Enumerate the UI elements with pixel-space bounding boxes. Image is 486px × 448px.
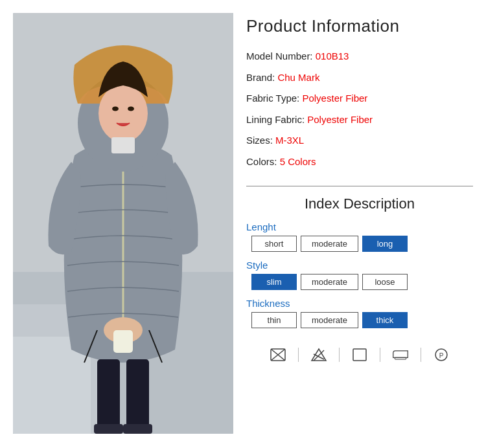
svg-point-9 xyxy=(128,107,134,111)
svg-rect-13 xyxy=(97,359,120,431)
wash-icon xyxy=(270,348,286,362)
lining-label: Lining Fabric: xyxy=(246,114,305,125)
svg-point-8 xyxy=(112,107,119,111)
lining-row: Lining Fabric: Polyester Fiber xyxy=(246,113,473,128)
fabric-value: Polyester Fiber xyxy=(302,93,367,104)
svg-rect-25 xyxy=(353,349,366,361)
care-icons-row: P xyxy=(246,348,473,362)
product-info-panel: Product Information Model Number: 010B13… xyxy=(246,13,473,435)
svg-point-7 xyxy=(98,84,148,142)
svg-rect-12 xyxy=(113,330,133,353)
thickness-btn-group: thin moderate thick xyxy=(251,312,473,328)
style-moderate-button[interactable]: moderate xyxy=(301,274,358,290)
length-label: Lenght xyxy=(246,221,473,232)
iron-icon xyxy=(392,348,409,362)
style-label: Style xyxy=(246,260,473,271)
style-slim-button[interactable]: slim xyxy=(251,274,297,290)
thickness-moderate-button[interactable]: moderate xyxy=(301,312,358,328)
length-section: Lenght short moderate long xyxy=(246,221,473,252)
bleach-icon xyxy=(310,348,327,362)
sizes-label: Sizes: xyxy=(246,135,273,146)
length-short-button[interactable]: short xyxy=(251,236,297,252)
brand-value: Chu Mark xyxy=(277,72,319,83)
model-label: Model Number: xyxy=(246,50,313,62)
svg-rect-14 xyxy=(126,359,149,431)
brand-label: Brand: xyxy=(246,72,275,83)
dryclean-icon: P xyxy=(433,348,450,362)
svg-rect-10 xyxy=(111,137,135,153)
svg-rect-26 xyxy=(395,357,406,359)
tumble-icon xyxy=(351,348,368,362)
colors-row: Colors: 5 Colors xyxy=(246,155,473,170)
style-loose-button[interactable]: loose xyxy=(362,274,408,290)
length-long-button[interactable]: long xyxy=(362,236,408,252)
style-btn-group: slim moderate loose xyxy=(251,274,473,290)
model-value: 010B13 xyxy=(316,50,349,62)
length-moderate-button[interactable]: moderate xyxy=(301,236,358,252)
fabric-row: Fabric Type: Polyester Fiber xyxy=(246,91,473,106)
thickness-section: Thickness thin moderate thick xyxy=(246,298,473,328)
colors-value: 5 Colors xyxy=(280,156,316,167)
product-image xyxy=(13,13,233,434)
divider-2 xyxy=(339,348,340,362)
svg-text:P: P xyxy=(439,352,444,359)
sizes-value: M-3XL xyxy=(275,135,304,146)
fabric-label: Fabric Type: xyxy=(246,93,299,104)
thickness-thin-button[interactable]: thin xyxy=(251,312,297,328)
thickness-label: Thickness xyxy=(246,298,473,309)
sizes-row: Sizes: M-3XL xyxy=(246,133,473,148)
colors-label: Colors: xyxy=(246,156,277,167)
section-divider xyxy=(246,186,473,186)
index-title: Index Description xyxy=(246,196,473,212)
product-title: Product Information xyxy=(246,16,473,36)
svg-rect-15 xyxy=(94,424,123,434)
length-btn-group: short moderate long xyxy=(251,236,473,252)
brand-row: Brand: Chu Mark xyxy=(246,71,473,85)
thickness-thick-button[interactable]: thick xyxy=(362,312,408,328)
style-section: Style slim moderate loose xyxy=(246,260,473,290)
svg-rect-16 xyxy=(123,424,152,434)
divider-1 xyxy=(298,348,299,362)
divider-4 xyxy=(421,348,421,362)
model-row: Model Number: 010B13 xyxy=(246,49,473,64)
page-container: Product Information Model Number: 010B13… xyxy=(0,0,486,448)
divider-3 xyxy=(380,348,380,362)
lining-value: Polyester Fiber xyxy=(307,114,373,125)
